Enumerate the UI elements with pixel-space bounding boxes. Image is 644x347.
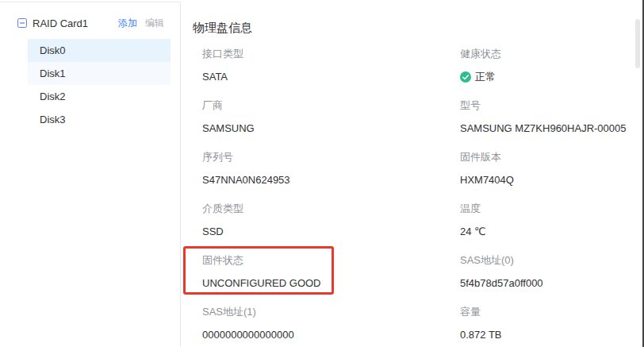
field-firmware-version: 固件版本 HXM7404Q <box>460 150 642 187</box>
field-label: 健康状态 <box>460 47 642 61</box>
physical-disk-info-panel: 物理盘信息 接口类型 SATA 健康状态 正常 厂商 SAMSUNG 型号 SA… <box>181 0 642 347</box>
field-vendor: 厂商 SAMSUNG <box>202 98 460 136</box>
disk-list: Disk0 Disk1 Disk2 Disk3 <box>0 39 180 131</box>
field-label: 序列号 <box>202 150 460 164</box>
field-label: 接口类型 <box>202 47 460 61</box>
field-value: SAMSUNG MZ7KH960HAJR-00005 <box>460 121 642 136</box>
field-label: 固件版本 <box>460 150 642 164</box>
field-interface-type: 接口类型 SATA <box>202 47 460 84</box>
field-label: 型号 <box>460 98 642 113</box>
field-media-type: 介质类型 SSD <box>202 202 460 239</box>
disk-item-disk0[interactable]: Disk0 <box>28 39 171 62</box>
tree-node-raid-card1[interactable]: RAID Card1 添加 编辑 <box>0 9 180 37</box>
field-value: 0000000000000000 <box>202 328 460 342</box>
panel-title: 物理盘信息 <box>193 21 642 36</box>
field-label: SAS地址(1) <box>202 305 460 319</box>
field-value: SAMSUNG <box>202 121 460 136</box>
field-firmware-state: 固件状态 UNCONFIGURED GOOD <box>202 253 460 291</box>
field-value: UNCONFIGURED GOOD <box>202 276 460 291</box>
field-value: SATA <box>202 70 460 84</box>
field-capacity: 容量 0.872 TB <box>460 305 642 342</box>
field-label: SAS地址(0) <box>460 253 642 268</box>
raid-tree-sidebar: RAID Card1 添加 编辑 Disk0 Disk1 Disk2 Disk3 <box>0 2 180 347</box>
tree-node-label: RAID Card1 <box>33 17 118 29</box>
field-sas-address-1: SAS地址(1) 0000000000000000 <box>202 305 460 342</box>
check-circle-icon <box>460 71 471 83</box>
field-value: 24 ℃ <box>460 225 642 239</box>
field-value: HXM7404Q <box>460 173 642 187</box>
disk-item-disk2[interactable]: Disk2 <box>28 85 171 108</box>
field-label: 厂商 <box>202 98 460 113</box>
field-serial-number: 序列号 S47NNA0N624953 <box>202 150 460 187</box>
field-model: 型号 SAMSUNG MZ7KH960HAJR-00005 <box>460 98 642 136</box>
field-temperature: 温度 24 ℃ <box>460 202 642 239</box>
field-label: 容量 <box>460 305 642 319</box>
field-value: S47NNA0N624953 <box>202 173 460 187</box>
field-value: 正常 <box>460 70 642 84</box>
field-label: 介质类型 <box>202 202 460 216</box>
disk-item-disk3[interactable]: Disk3 <box>28 108 171 131</box>
field-label: 温度 <box>460 202 642 216</box>
field-label: 固件状态 <box>202 253 460 268</box>
field-health-status: 健康状态 正常 <box>460 47 642 84</box>
disk-item-disk1[interactable]: Disk1 <box>28 62 171 85</box>
fields-grid: 接口类型 SATA 健康状态 正常 厂商 SAMSUNG 型号 SAMSUNG … <box>202 47 642 347</box>
field-value: SSD <box>202 225 460 239</box>
health-status-text: 正常 <box>475 70 496 84</box>
field-value: 0.872 TB <box>460 328 642 342</box>
field-value: 5f4b78d57a0ff000 <box>460 276 642 291</box>
add-link[interactable]: 添加 <box>118 17 137 30</box>
field-sas-address-0: SAS地址(0) 5f4b78d57a0ff000 <box>460 253 642 291</box>
edit-link[interactable]: 编辑 <box>145 17 164 30</box>
collapse-minus-icon[interactable] <box>17 18 27 28</box>
scrollbar-thumb[interactable] <box>635 19 640 68</box>
